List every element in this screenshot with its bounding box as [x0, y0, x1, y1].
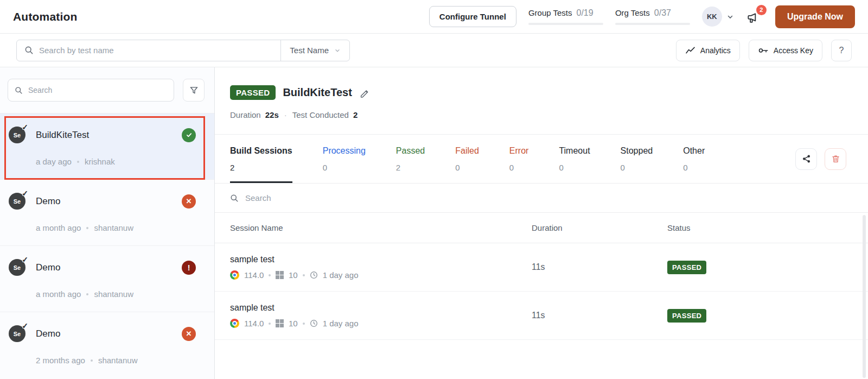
- browser-version: 114.0: [244, 319, 264, 328]
- test-user: shantanuw: [98, 356, 138, 365]
- trash-icon: [831, 154, 840, 163]
- avatar[interactable]: KK: [702, 7, 722, 27]
- test-time: a month ago: [36, 289, 81, 299]
- windows-icon: [276, 271, 284, 279]
- tab-timeout[interactable]: Timeout 0: [559, 135, 590, 183]
- search-icon: [230, 194, 239, 203]
- chrome-icon: [230, 319, 239, 328]
- test-user: shantanuw: [94, 223, 133, 232]
- column-session-name: Session Name: [230, 223, 532, 232]
- dot-separator: [269, 323, 271, 325]
- dot-separator: [269, 274, 271, 276]
- notification-badge: 2: [756, 5, 767, 15]
- column-status: Status: [667, 223, 846, 232]
- tab-passed[interactable]: Passed 2: [396, 135, 425, 183]
- org-tests-quota: Org Tests 0/37: [615, 8, 690, 25]
- test-title: BuildKiteTest: [283, 86, 352, 99]
- check-icon: ✓: [22, 255, 28, 264]
- vertical-scrollbar[interactable]: [863, 215, 866, 378]
- test-user: shantanuw: [94, 289, 133, 299]
- test-list-sidebar: Se ✓ BuildKiteTest a day ago krishnak: [0, 67, 215, 379]
- org-tests-progressbar: [615, 23, 690, 25]
- session-search-bar: [215, 184, 868, 213]
- test-time: a day ago: [36, 157, 72, 166]
- test-list-item-demo-2[interactable]: Se ✓ Demo ! a month ago shantanuw: [0, 245, 214, 312]
- test-name: Demo: [36, 262, 182, 273]
- tab-error[interactable]: Error 0: [509, 135, 529, 183]
- search-icon: [15, 86, 23, 94]
- sessions-table-header: Session Name Duration Status: [215, 213, 868, 243]
- search-icon: [24, 46, 34, 55]
- sidebar-search-box: [8, 79, 174, 102]
- session-search-input[interactable]: [245, 193, 853, 203]
- status-error-icon: !: [182, 261, 196, 275]
- upgrade-now-button[interactable]: Upgrade Now: [775, 5, 855, 28]
- test-list-item-demo-1[interactable]: Se ✓ Demo ✕ a month ago shantanuw: [0, 179, 214, 245]
- status-failed-icon: ✕: [182, 194, 196, 209]
- test-name: BuildKiteTest: [36, 130, 182, 141]
- tests-conducted-value: 2: [353, 110, 358, 119]
- status-badge: PASSED: [230, 85, 276, 100]
- filter-funnel-icon: [189, 86, 199, 95]
- session-name: sample test: [230, 303, 532, 313]
- filter-button[interactable]: [183, 79, 205, 102]
- toolbar: Test Name Analytics Access Key ?: [0, 34, 868, 67]
- configure-tunnel-button[interactable]: Configure Tunnel: [429, 6, 516, 27]
- test-time: a month ago: [36, 223, 81, 232]
- chrome-icon: [230, 270, 239, 280]
- browser-version: 114.0: [244, 270, 264, 280]
- tab-build-sessions[interactable]: Build Sessions 2: [230, 135, 292, 183]
- search-field-selected-value: Test Name: [290, 46, 329, 55]
- chevron-down-icon: [334, 47, 341, 54]
- session-row[interactable]: sample test 114.0 10 1 day ago 1: [215, 243, 868, 292]
- session-time: 1 day ago: [323, 319, 359, 328]
- dot-separator: [86, 227, 88, 229]
- notifications-button[interactable]: 2: [746, 9, 763, 25]
- session-duration: 11s: [532, 262, 667, 272]
- access-key-label: Access Key: [774, 46, 813, 55]
- check-icon: ✓: [22, 321, 28, 330]
- session-row[interactable]: sample test 114.0 10 1 day ago 1: [215, 292, 868, 340]
- user-menu[interactable]: KK: [702, 7, 734, 27]
- share-icon: [802, 154, 811, 163]
- delete-button[interactable]: [825, 148, 846, 170]
- test-name: Demo: [36, 196, 182, 207]
- tab-failed[interactable]: Failed 0: [455, 135, 479, 183]
- os-version: 10: [289, 270, 298, 280]
- test-detail-panel: PASSED BuildKiteTest Duration 22s · Test…: [215, 67, 868, 379]
- tab-processing[interactable]: Processing 0: [323, 135, 366, 183]
- dot-separator: [303, 274, 305, 276]
- org-tests-value: 0/37: [654, 8, 671, 18]
- group-tests-value: 0/19: [576, 8, 593, 18]
- test-name: Demo: [36, 329, 182, 339]
- check-icon: ✓: [22, 189, 28, 198]
- sidebar-search-input[interactable]: [28, 86, 167, 94]
- dot-separator: ·: [284, 110, 287, 119]
- status-failed-icon: ✕: [182, 327, 196, 341]
- tab-other[interactable]: Other 0: [683, 135, 705, 183]
- tests-conducted-label: Test Conducted: [292, 110, 349, 119]
- session-tabs: Build Sessions 2 Processing 0 Passed 2 F…: [215, 135, 868, 184]
- help-button[interactable]: ?: [831, 40, 852, 61]
- search-field-select[interactable]: Test Name: [280, 40, 349, 61]
- os-version: 10: [289, 319, 298, 328]
- group-tests-label: Group Tests: [528, 8, 572, 17]
- chevron-down-icon: [726, 13, 734, 21]
- access-key-button[interactable]: Access Key: [749, 40, 822, 61]
- test-search-input[interactable]: [34, 46, 280, 55]
- session-status-badge: PASSED: [667, 261, 706, 274]
- check-icon: ✓: [22, 123, 28, 131]
- share-button[interactable]: [795, 148, 817, 170]
- analytics-label: Analytics: [700, 46, 731, 55]
- selenium-badge: Se ✓: [9, 325, 25, 342]
- edit-pencil-icon[interactable]: [359, 88, 369, 98]
- tab-stopped[interactable]: Stopped 0: [621, 135, 653, 183]
- selenium-badge: Se ✓: [9, 127, 25, 143]
- analytics-button[interactable]: Analytics: [676, 40, 740, 61]
- app-window: Automation Configure Tunnel Group Tests …: [0, 0, 868, 379]
- test-list-item-demo-3[interactable]: Se ✓ Demo ✕ 2 months ago shantanuw: [0, 312, 214, 378]
- group-tests-progressbar: [528, 23, 603, 25]
- session-duration: 11s: [532, 311, 667, 320]
- windows-icon: [276, 319, 284, 327]
- test-list-item-buildkitetest[interactable]: Se ✓ BuildKiteTest a day ago krishnak: [0, 113, 214, 179]
